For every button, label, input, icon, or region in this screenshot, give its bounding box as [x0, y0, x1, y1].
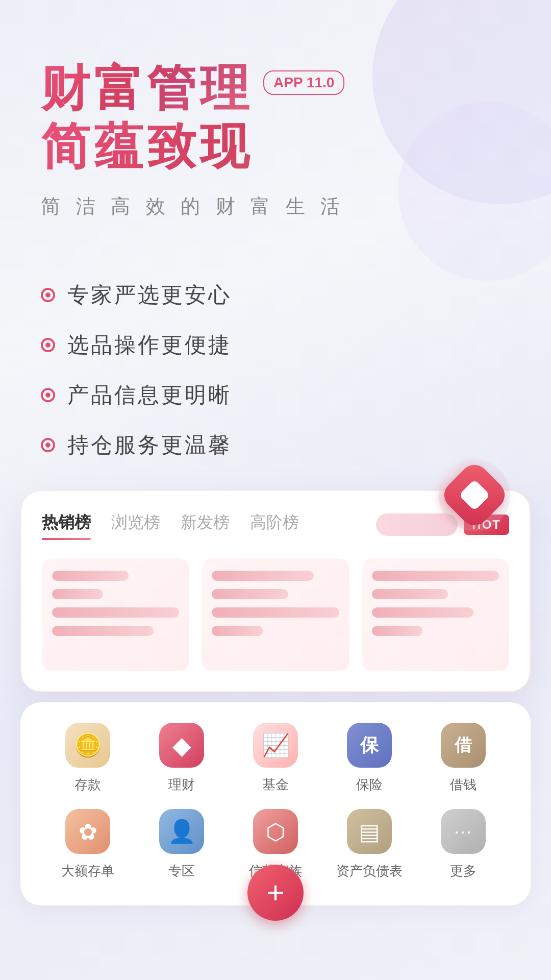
feature-text-3: 产品信息更明晰	[67, 381, 232, 409]
deposit-icon: 🪙	[65, 723, 110, 768]
fund-icon: 📈	[253, 723, 298, 768]
feature-dot-4	[41, 438, 55, 452]
product-card-1[interactable]	[42, 558, 189, 671]
pc-bar-2d	[212, 626, 263, 636]
pc-bar-1a	[52, 571, 129, 581]
more-icon: ···	[441, 809, 486, 854]
products-grid	[42, 558, 509, 671]
floating-add-button[interactable]: +	[247, 865, 304, 921]
hero-section: 财富管理 APP 11.0 简蕴致现 简 洁 高 效 的 财 富 生 活	[0, 0, 551, 281]
feature-dot-1	[41, 288, 55, 302]
floating-diamond-icon	[439, 459, 510, 531]
feature-item-4: 持仓服务更温馨	[41, 431, 510, 459]
icon-item-finance[interactable]: ◆ 理财	[140, 723, 223, 794]
feature-item-2: 选品操作更便捷	[41, 331, 510, 359]
deposit-label: 存款	[74, 776, 101, 794]
diamond-inner	[459, 479, 490, 511]
special-icon: 👤	[159, 809, 204, 854]
insurance-label: 保险	[356, 776, 383, 794]
pc-bar-2a	[212, 571, 313, 581]
tagline: 简 洁 高 效 的 财 富 生 活	[41, 193, 510, 219]
app-version-badge: APP 11.0	[263, 70, 344, 95]
feature-text-4: 持仓服务更温馨	[67, 431, 232, 459]
tab-new[interactable]: 新发榜	[181, 511, 230, 538]
insurance-icon: 保	[347, 723, 392, 768]
feature-text-2: 选品操作更便捷	[67, 331, 232, 359]
finance-label: 理财	[168, 776, 195, 794]
main-title-line2: 简蕴致现	[41, 119, 510, 174]
large-deposit-label: 大额存单	[61, 862, 114, 880]
icon-item-deposit[interactable]: 🪙 存款	[46, 723, 130, 794]
special-label: 专区	[168, 862, 195, 880]
finance-icon: ◆	[159, 723, 204, 768]
pc-bar-1d	[52, 626, 154, 636]
more-label: 更多	[450, 862, 477, 880]
icons-grid: 🪙 存款 ◆ 理财 📈 基金 保 保险	[46, 723, 505, 880]
pc-bar-2c	[212, 607, 339, 618]
pc-bar-1c	[52, 607, 179, 618]
tab-browse[interactable]: 浏览榜	[111, 511, 160, 538]
pc-bar-1b	[52, 589, 103, 599]
icon-item-more[interactable]: ··· 更多	[421, 809, 505, 880]
icon-item-large-deposit[interactable]: ✿ 大额存单	[46, 809, 130, 880]
pc-bar-3a	[372, 571, 499, 581]
feature-dot-3	[41, 388, 55, 402]
icon-item-fund[interactable]: 📈 基金	[234, 723, 317, 794]
large-deposit-icon: ✿	[65, 809, 110, 854]
loan-icon: 借	[441, 723, 486, 768]
icon-item-asset[interactable]: ▤ 资产负债表	[328, 809, 411, 880]
pc-bar-3b	[372, 589, 448, 599]
product-card-2[interactable]	[202, 558, 349, 671]
feature-dot-2	[41, 338, 55, 352]
asset-icon: ▤	[347, 809, 392, 854]
plus-icon: +	[266, 877, 284, 908]
features-section: 专家严选更安心 选品操作更便捷 产品信息更明晰 持仓服务更温馨	[0, 281, 551, 459]
icon-item-loan[interactable]: 借 借钱	[421, 723, 505, 794]
tab-advanced[interactable]: 高阶榜	[250, 511, 299, 538]
feature-item-3: 产品信息更明晰	[41, 381, 510, 409]
tabs-row: 热销榜 浏览榜 新发榜 高阶榜 HOT	[42, 511, 509, 538]
asset-label: 资产负债表	[336, 862, 403, 880]
feature-text-1: 专家严选更安心	[67, 281, 232, 309]
bottom-icons-card: 🪙 存款 ◆ 理财 📈 基金 保 保险	[20, 702, 531, 905]
pc-bar-2b	[212, 589, 288, 599]
fund-label: 基金	[262, 776, 289, 794]
search-bar-mock	[376, 513, 458, 536]
main-title-line1: 财富管理	[41, 61, 253, 115]
mockup-section: 热销榜 浏览榜 新发榜 高阶榜 HOT	[0, 490, 551, 905]
feature-item-1: 专家严选更安心	[41, 281, 510, 309]
pc-bar-3c	[372, 607, 473, 618]
icon-item-insurance[interactable]: 保 保险	[328, 723, 411, 794]
loan-label: 借钱	[450, 776, 477, 794]
xin-icon: ⬡	[253, 809, 298, 854]
tab-hot-sales[interactable]: 热销榜	[42, 511, 91, 538]
product-card-3[interactable]	[362, 558, 509, 671]
pc-bar-3d	[372, 626, 423, 636]
icon-item-special[interactable]: 👤 专区	[140, 809, 223, 880]
title-row: 财富管理 APP 11.0	[41, 61, 510, 115]
